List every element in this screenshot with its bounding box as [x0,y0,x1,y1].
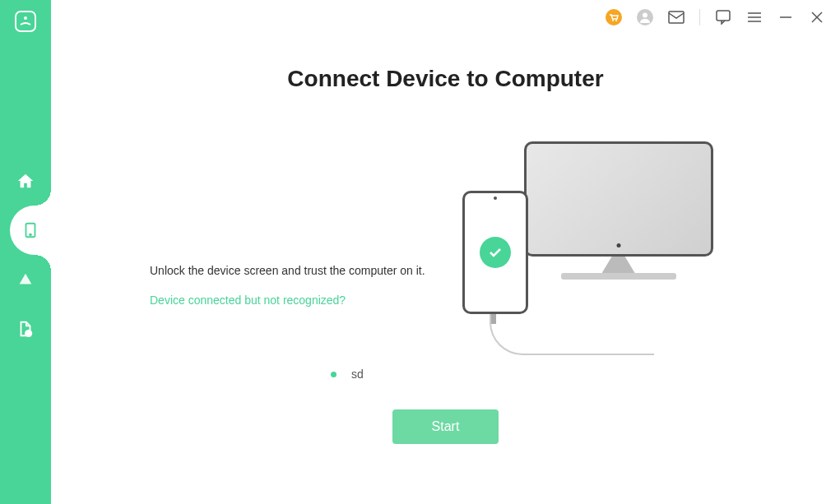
minimize-icon[interactable] [777,9,794,25]
status-dot [331,372,336,377]
device-illustration [458,141,840,355]
cart-icon[interactable] [606,9,622,25]
user-icon[interactable] [637,9,653,25]
instruction-text: Unlock the device screen and trust the c… [150,264,425,277]
svg-point-1 [24,16,27,20]
feedback-icon[interactable] [715,9,731,25]
sidebar-item-cloud[interactable] [0,255,51,304]
menu-icon[interactable] [746,9,763,25]
svg-rect-11 [669,12,684,23]
close-icon[interactable] [809,9,825,25]
start-button[interactable]: Start [392,409,499,444]
svg-point-7 [612,20,614,21]
svg-rect-12 [717,11,730,21]
monitor-graphic [524,141,713,273]
content-area: Connect Device to Computer Unlock the de… [51,35,840,504]
main-content: Connect Device to Computer Unlock the de… [51,0,840,504]
svg-point-8 [615,20,617,21]
text-section: Unlock the device screen and trust the c… [150,190,425,307]
middle-section: Unlock the device screen and trust the c… [51,141,840,355]
phone-graphic [462,191,528,314]
mail-icon[interactable] [668,9,685,25]
svg-point-6 [606,9,622,25]
app-logo [14,10,37,33]
svg-point-3 [30,234,31,236]
titlebar [51,0,840,35]
check-icon [480,237,511,268]
titlebar-divider [699,9,700,25]
help-link[interactable]: Device connected but not recognized? [150,294,425,307]
svg-rect-0 [16,12,35,31]
svg-point-10 [643,13,647,18]
device-name: sd [351,368,364,381]
sidebar: ! [0,0,51,504]
sidebar-item-device[interactable] [10,206,51,255]
page-title: Connect Device to Computer [287,66,603,92]
sidebar-item-file-alert[interactable]: ! [0,304,51,354]
device-indicator: sd [331,368,364,381]
